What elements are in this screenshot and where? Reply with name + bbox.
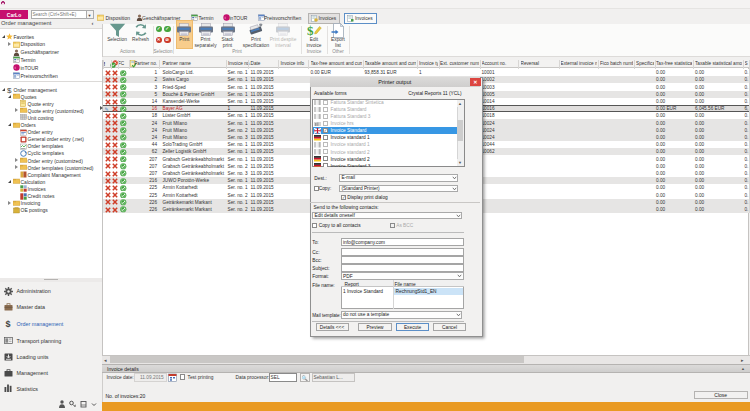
svg-text:i: i [15, 65, 16, 70]
svg-text:i: i [224, 15, 225, 20]
svg-text:$: $ [7, 86, 12, 94]
svg-text:$: $ [5, 319, 10, 328]
svg-text:$: $ [307, 23, 314, 37]
